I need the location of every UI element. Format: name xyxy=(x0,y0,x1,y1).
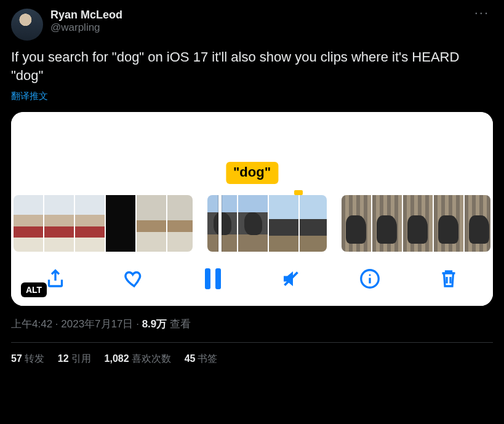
author-names: Ryan McLeod @warpling xyxy=(50,9,471,34)
clip-thumbnail[interactable] xyxy=(342,195,490,252)
translate-link[interactable]: 翻译推文 xyxy=(11,90,493,102)
more-icon[interactable]: ··· xyxy=(471,6,493,20)
clip-thumbnail[interactable] xyxy=(14,195,193,252)
trash-icon[interactable] xyxy=(435,265,462,292)
heart-icon[interactable] xyxy=(121,265,148,292)
stat-likes[interactable]: 1,082喜欢次数 xyxy=(105,353,171,366)
timeline-marker xyxy=(294,190,303,195)
media-toolbar xyxy=(11,252,493,306)
views-label: 查看 xyxy=(170,318,191,330)
tweet: Ryan McLeod @warpling ··· If you search … xyxy=(0,0,504,366)
info-icon[interactable] xyxy=(356,265,383,292)
stat-quotes[interactable]: 12引用 xyxy=(58,353,91,366)
video-filmstrip[interactable] xyxy=(11,195,493,252)
display-name[interactable]: Ryan McLeod xyxy=(50,9,471,22)
views-count: 8.9万 xyxy=(142,318,167,330)
timestamp[interactable]: 上午4:42 xyxy=(11,318,52,330)
mute-icon[interactable] xyxy=(278,265,305,292)
alt-badge[interactable]: ALT xyxy=(21,282,47,297)
svg-point-1 xyxy=(369,274,371,276)
tweet-meta: 上午4:42 · 2023年7月17日 · 8.9万 查看 xyxy=(11,317,493,331)
avatar[interactable] xyxy=(11,9,43,41)
handle[interactable]: @warpling xyxy=(50,22,471,34)
stat-retweets[interactable]: 57转发 xyxy=(11,353,44,366)
playhead[interactable] xyxy=(218,195,222,252)
stat-bookmarks[interactable]: 45书签 xyxy=(185,353,218,366)
date[interactable]: 2023年7月17日 xyxy=(61,318,133,330)
media-top: "dog" xyxy=(11,112,493,195)
tweet-text: If you search for "dog" on iOS 17 it'll … xyxy=(11,48,493,84)
pause-icon[interactable] xyxy=(199,265,226,292)
tweet-stats: 57转发 12引用 1,082喜欢次数 45书签 xyxy=(11,343,493,366)
search-result-badge: "dog" xyxy=(226,162,278,184)
media-card[interactable]: "dog" xyxy=(11,112,493,306)
tweet-header: Ryan McLeod @warpling ··· xyxy=(11,9,493,41)
clip-thumbnail[interactable] xyxy=(207,195,326,252)
